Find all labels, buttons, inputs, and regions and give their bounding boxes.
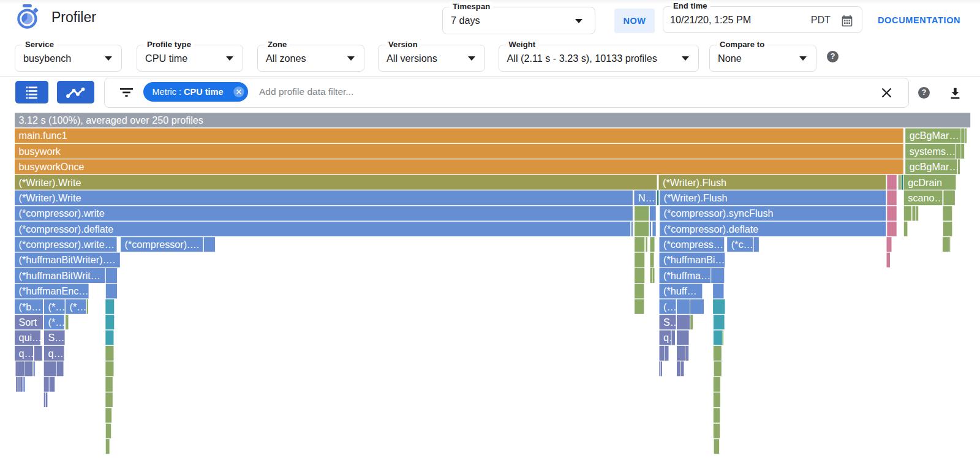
svg-text:(*huffmanEnc…: (*huffmanEnc… [19,285,89,296]
svg-text:gcBgMar…: gcBgMar… [910,130,959,141]
svg-text:busywork: busywork [19,146,61,157]
svg-text:(*compress…: (*compress… [663,239,723,250]
svg-text:systems…: systems… [910,146,956,157]
svg-text:(*Writer).Flush: (*Writer).Flush [664,192,728,203]
svg-text:q…: q… [663,332,679,343]
svg-text:3.12 s (100%), averaged over 2: 3.12 s (100%), averaged over 250 profile… [19,114,203,126]
svg-text:(*huffma…: (*huffma… [663,270,710,281]
svg-text:(*…: (*… [48,301,66,312]
svg-text:S…: S… [48,332,65,343]
svg-text:busyworkOnce: busyworkOnce [19,161,85,172]
svg-text:(*compressor).write…: (*compressor).write… [19,239,115,250]
svg-text:gcBgMar…: gcBgMar… [910,161,959,172]
svg-text:q…: q… [48,348,64,359]
svg-text:qui…: qui… [19,332,42,343]
svg-text:(*compressor).deflate: (*compressor).deflate [664,223,759,235]
svg-text:(*compressor).deflate: (*compressor).deflate [19,223,114,235]
svg-text:q…: q… [19,348,34,359]
svg-text:(*…: (*… [48,317,66,328]
svg-text:(*huffmanBitWriter)….: (*huffmanBitWriter)…. [19,254,116,265]
svg-text:(*compressor).…: (*compressor).… [125,239,200,250]
svg-text:(…: (… [663,301,677,312]
svg-text:(*b…: (*b… [19,301,42,312]
svg-text:(*compressor).write: (*compressor).write [19,208,105,219]
svg-text:(*Writer).Write: (*Writer).Write [19,177,81,188]
svg-text:(*compressor).syncFlush: (*compressor).syncFlush [664,208,774,219]
svg-text:(*huff…: (*huff… [663,285,697,296]
svg-text:(*…: (*… [70,301,87,312]
svg-text:(*c…: (*c… [731,239,753,250]
svg-text:Sort: Sort [19,317,37,328]
svg-text:(*huffmanBi…: (*huffmanBi… [663,254,725,265]
svg-text:(*Writer).Flush: (*Writer).Flush [663,177,726,188]
svg-text:gcDrain: gcDrain [908,177,942,188]
svg-text:main.func1: main.func1 [19,130,67,141]
svg-text:(*huffmanBitWrit…: (*huffmanBitWrit… [19,270,100,281]
svg-text:scano…: scano… [908,192,944,203]
svg-text:(*Writer).Write: (*Writer).Write [19,192,81,203]
svg-text:N…: N… [638,192,655,203]
